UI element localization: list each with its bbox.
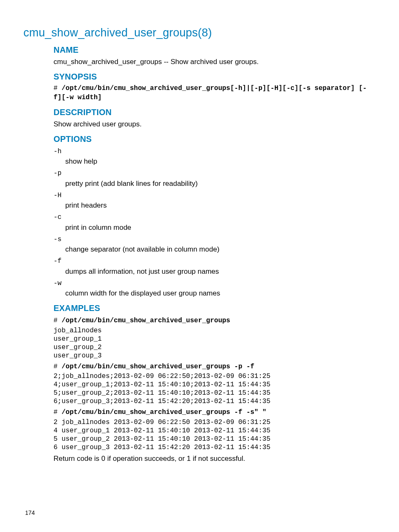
option-flag: -w bbox=[54, 279, 374, 288]
example-prefix: # bbox=[54, 317, 61, 324]
option-desc: print headers bbox=[65, 201, 374, 211]
example-cmd-text: /opt/cmu/bin/cmu_show_archived_user_grou… bbox=[61, 317, 230, 324]
example-output: job_allnodes user_group_1 user_group_2 u… bbox=[54, 326, 374, 360]
option-flag: -f bbox=[54, 257, 374, 266]
example-command: # /opt/cmu/bin/cmu_show_archived_user_gr… bbox=[54, 408, 374, 417]
option-flag: -p bbox=[54, 169, 374, 178]
option-desc: dumps all information, not just user gro… bbox=[65, 267, 374, 277]
page-title: cmu_show_archived_user_groups(8) bbox=[23, 25, 374, 40]
option-flag: -c bbox=[54, 213, 374, 222]
description-text: Show archived user groups. bbox=[54, 120, 374, 129]
example-cmd-text: /opt/cmu/bin/cmu_show_archived_user_grou… bbox=[61, 409, 266, 416]
section-heading-name: NAME bbox=[54, 44, 374, 56]
option-desc: pretty print (add blank lines for readab… bbox=[65, 179, 374, 189]
name-text: cmu_show_archived_user_groups -- Show ar… bbox=[54, 57, 374, 67]
option-flag: -h bbox=[54, 147, 374, 157]
option-desc: change separator (not available in colum… bbox=[65, 245, 374, 254]
section-heading-synopsis: SYNOPSIS bbox=[54, 71, 374, 82]
option-flag: -s bbox=[54, 235, 374, 244]
synopsis-cmd-text: /opt/cmu/bin/cmu_show_archived_user_grou… bbox=[54, 85, 367, 101]
section-heading-description: DESCRIPTION bbox=[54, 107, 374, 118]
example-cmd-text: /opt/cmu/bin/cmu_show_archived_user_grou… bbox=[61, 363, 254, 370]
man-page: cmu_show_archived_user_groups(8) NAME cm… bbox=[0, 0, 399, 532]
option-desc: show help bbox=[65, 157, 374, 167]
option-flag: -H bbox=[54, 191, 374, 200]
option-desc: print in column mode bbox=[65, 223, 374, 233]
example-output: 2;job_allnodes;2013-02-09 06:22:50;2013-… bbox=[54, 372, 374, 406]
example-output: 2 job_allnodes 2013-02-09 06:22:50 2013-… bbox=[54, 418, 374, 452]
section-heading-options: OPTIONS bbox=[54, 134, 374, 145]
synopsis-prefix: # bbox=[54, 85, 61, 92]
options-list: -h show help -p pretty print (add blank … bbox=[54, 147, 374, 299]
option-desc: column width for the displayed user grou… bbox=[65, 289, 374, 298]
example-prefix: # bbox=[54, 363, 61, 370]
page-number: 174 bbox=[25, 509, 35, 517]
section-heading-examples: EXAMPLES bbox=[54, 303, 374, 314]
example-command: # /opt/cmu/bin/cmu_show_archived_user_gr… bbox=[54, 362, 374, 372]
content-body: NAME cmu_show_archived_user_groups -- Sh… bbox=[54, 44, 374, 464]
example-command: # /opt/cmu/bin/cmu_show_archived_user_gr… bbox=[54, 316, 374, 326]
synopsis-command: # /opt/cmu/bin/cmu_show_archived_user_gr… bbox=[54, 84, 374, 102]
return-code-text: Return code is 0 if operation succeeds, … bbox=[54, 454, 374, 464]
example-prefix: # bbox=[54, 409, 61, 416]
